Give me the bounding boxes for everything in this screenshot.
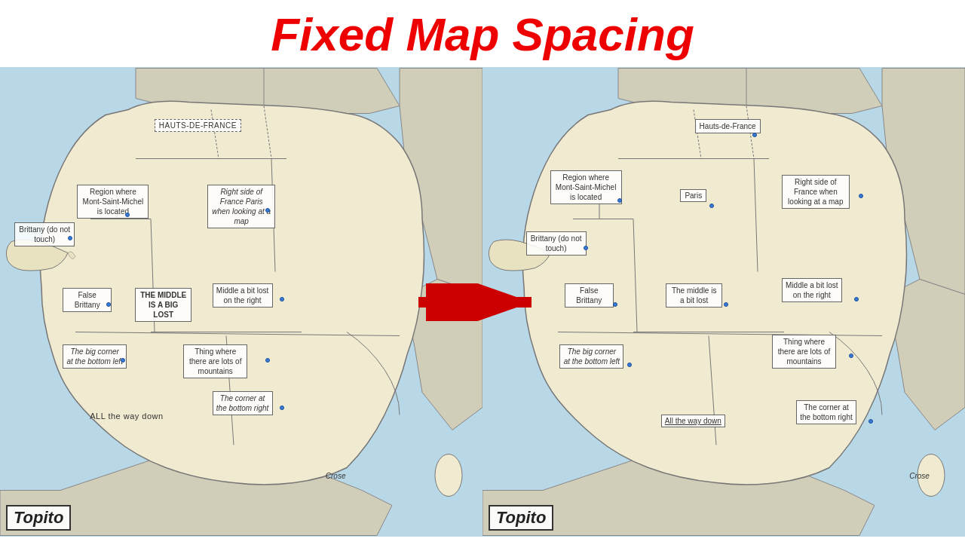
label-mountains-right: Thing where there are lots of mountains (772, 335, 836, 369)
label-big-corner: The big corner at the bottom left (63, 344, 127, 369)
label-crose-right: Crose (907, 471, 932, 481)
label-false-brittany-right: False Brittany (565, 283, 614, 308)
svg-point-6 (435, 454, 462, 497)
label-region-mont: Region where Mont-Saint-Michel is locate… (77, 185, 149, 219)
right-arrow-icon (415, 283, 550, 321)
right-map-svg (482, 67, 965, 537)
label-false-brittany: False Brittany (63, 288, 112, 312)
label-crose-left: Crose (323, 471, 348, 481)
label-bottom-right-right: The corner at the bottom right (796, 400, 856, 424)
label-middle-lost-right: The middle is a bit lost (666, 283, 722, 308)
label-hauts: HAUTS-DE-FRANCE (155, 119, 241, 132)
label-paris: Right side of France Paris when looking … (207, 185, 275, 228)
label-middle-big: THE MIDDLE IS A BIG LOST (135, 288, 191, 322)
label-paris-right: Paris (680, 189, 706, 202)
label-region-mont-right: Region where Mont-Saint-Michel is locate… (550, 170, 622, 204)
main-title: Fixed Map Spacing (271, 8, 694, 60)
right-map: Hauts-de-France Region where Mont-Saint-… (482, 67, 965, 537)
page-title: Fixed Map Spacing (0, 0, 965, 67)
label-bottom-right: The corner at the bottom right (213, 391, 273, 415)
label-middle-right: Middle a bit lost on the right (213, 283, 273, 308)
label-big-corner-right: The big corner at the bottom left (559, 344, 623, 369)
label-brittany-right: Brittany (do not touch) (526, 231, 587, 256)
label-all-way: ALL the way down (87, 410, 166, 422)
label-hauts-right: Hauts-de-France (695, 119, 761, 133)
arrow-container (415, 283, 550, 321)
label-right-side-right: Right side of France when looking at a m… (782, 175, 850, 209)
topito-badge-left: Topito (6, 505, 71, 531)
label-brittany: Brittany (do not touch) (14, 222, 75, 246)
left-map: HAUTS-DE-FRANCE Region where Mont-Saint-… (0, 67, 482, 537)
label-all-way-right: All the way down (661, 415, 725, 427)
label-mountains: Thing where there are lots of mountains (183, 344, 247, 378)
maps-row: HAUTS-DE-FRANCE Region where Mont-Saint-… (0, 67, 965, 537)
label-middle-right-right: Middle a bit lost on the right (782, 278, 842, 302)
topito-badge-right: Topito (489, 505, 553, 531)
